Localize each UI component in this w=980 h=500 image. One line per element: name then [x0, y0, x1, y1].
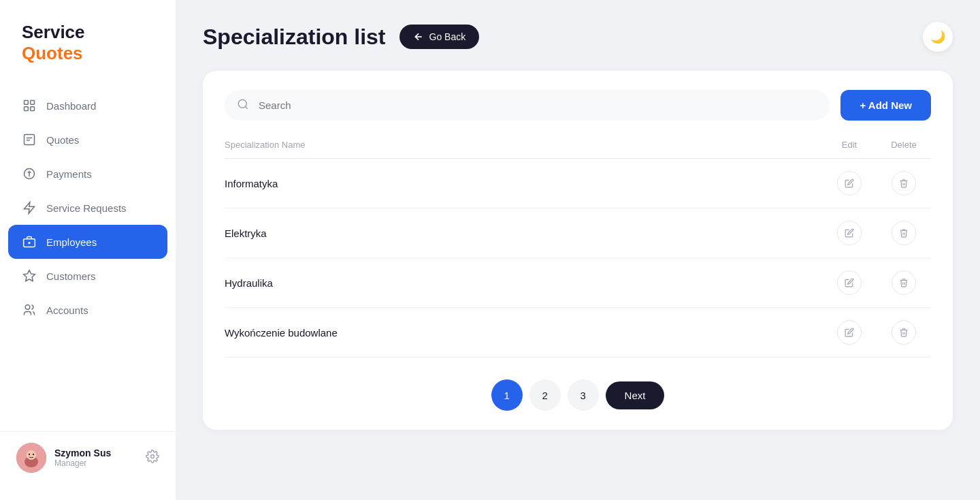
go-back-label: Go Back: [429, 31, 466, 42]
sidebar-item-payments[interactable]: Payments: [0, 157, 176, 191]
col-header-name: Specialization Name: [225, 140, 822, 150]
main-content: Specialization list Go Back 🌙: [176, 0, 980, 500]
sidebar-label-dashboard: Dashboard: [46, 100, 96, 112]
table-body: Informatyka: [225, 159, 931, 358]
sidebar-item-accounts[interactable]: Accounts: [0, 293, 176, 327]
sidebar: Service Quotes Dashboard Quotes: [0, 0, 176, 500]
specialization-card: + Add New Specialization Name Edit Delet…: [203, 71, 953, 430]
delete-button[interactable]: [892, 270, 916, 295]
sidebar-label-employees: Employees: [46, 236, 97, 248]
avatar: [16, 443, 46, 473]
svg-rect-2: [24, 107, 29, 111]
sidebar-label-accounts: Accounts: [46, 304, 88, 316]
search-wrapper: [225, 90, 830, 121]
svg-point-18: [27, 450, 36, 460]
add-new-label: + Add New: [860, 99, 912, 111]
col-edit: [822, 171, 877, 196]
sidebar-label-service-requests: Service Requests: [46, 202, 127, 214]
delete-button[interactable]: [892, 221, 916, 245]
table-row: Elektryka: [225, 208, 931, 258]
col-delete: [877, 171, 931, 196]
edit-button[interactable]: [837, 221, 862, 245]
user-info: Szymon Sus Manager: [54, 448, 137, 468]
edit-button[interactable]: [837, 270, 862, 295]
sidebar-label-payments: Payments: [46, 168, 92, 180]
page-btn-3[interactable]: 3: [568, 379, 599, 411]
search-input[interactable]: [225, 90, 830, 121]
logo: Service Quotes: [0, 22, 176, 89]
accounts-icon: [22, 302, 37, 317]
payments-icon: [22, 166, 37, 181]
sidebar-item-quotes[interactable]: Quotes: [0, 123, 176, 157]
nav-list: Dashboard Quotes Payments: [0, 89, 176, 431]
employees-icon: [22, 234, 37, 249]
logo-quotes: Quotes: [22, 43, 83, 63]
svg-marker-10: [24, 202, 35, 214]
edit-button[interactable]: [837, 171, 862, 196]
svg-rect-0: [24, 101, 29, 105]
col-delete: [877, 221, 931, 245]
sidebar-label-customers: Customers: [46, 270, 96, 282]
next-button[interactable]: Next: [606, 381, 665, 409]
user-role: Manager: [54, 458, 137, 468]
svg-point-20: [33, 454, 34, 455]
dark-mode-icon: 🌙: [930, 29, 945, 44]
svg-marker-14: [24, 270, 35, 281]
col-delete: [877, 270, 931, 295]
svg-rect-3: [31, 107, 35, 111]
page-btn-2[interactable]: 2: [529, 379, 561, 411]
toolbar: + Add New: [225, 90, 931, 121]
sidebar-footer: Szymon Sus Manager: [0, 431, 176, 484]
delete-button[interactable]: [892, 171, 916, 196]
customers-icon: [22, 268, 37, 283]
edit-button[interactable]: [837, 320, 862, 345]
svg-rect-1: [31, 101, 35, 105]
dark-mode-button[interactable]: 🌙: [923, 22, 953, 52]
sidebar-item-customers[interactable]: Customers: [0, 259, 176, 293]
col-edit: [822, 221, 877, 245]
sidebar-item-service-requests[interactable]: Service Requests: [0, 191, 176, 225]
row-name: Hydraulika: [225, 277, 822, 289]
col-edit: [822, 320, 877, 345]
logo-service: Service: [22, 22, 85, 42]
dashboard-icon: [22, 98, 37, 113]
svg-point-15: [25, 305, 30, 310]
svg-point-23: [238, 99, 246, 108]
col-header-edit: Edit: [822, 140, 877, 150]
page-header-left: Specialization list Go Back: [203, 25, 479, 50]
table-row: Wykończenie budowlane: [225, 308, 931, 358]
delete-button[interactable]: [892, 320, 916, 345]
svg-point-21: [151, 455, 154, 458]
svg-point-19: [29, 454, 30, 455]
page-title: Specialization list: [203, 25, 386, 50]
go-back-button[interactable]: Go Back: [399, 25, 480, 49]
user-name: Szymon Sus: [54, 448, 137, 458]
col-edit: [822, 270, 877, 295]
svg-line-24: [245, 106, 247, 108]
table-row: Informatyka: [225, 159, 931, 208]
sidebar-label-quotes: Quotes: [46, 134, 79, 146]
arrow-left-icon: [413, 31, 424, 42]
col-header-delete: Delete: [877, 140, 931, 150]
service-requests-icon: [22, 200, 37, 215]
table-header: Specialization Name Edit Delete: [225, 140, 931, 159]
page-btn-1[interactable]: 1: [491, 379, 523, 411]
row-name: Informatyka: [225, 178, 822, 189]
table-row: Hydraulika: [225, 258, 931, 308]
row-name: Wykończenie budowlane: [225, 327, 822, 339]
page-header: Specialization list Go Back 🌙: [203, 22, 953, 52]
sidebar-item-dashboard[interactable]: Dashboard: [0, 89, 176, 123]
pagination: 1 2 3 Next: [225, 379, 931, 411]
svg-rect-4: [24, 135, 35, 145]
sidebar-item-employees[interactable]: Employees: [8, 225, 167, 259]
settings-icon[interactable]: [146, 450, 159, 466]
search-icon: [237, 98, 249, 113]
quotes-icon: [22, 132, 37, 147]
col-delete: [877, 320, 931, 345]
add-new-button[interactable]: + Add New: [840, 90, 931, 121]
row-name: Elektryka: [225, 228, 822, 239]
